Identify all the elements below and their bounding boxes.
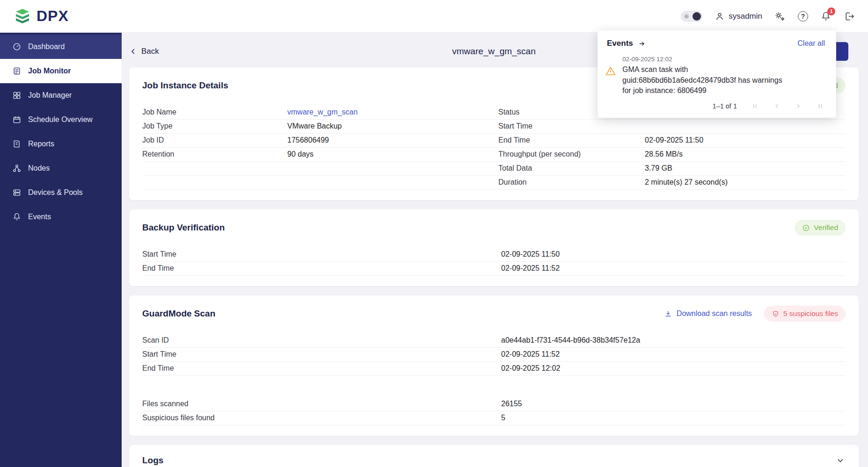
events-popover: Events Clear all 02-09-2025 12:02 [598,30,836,118]
dashboard-icon [12,42,22,51]
table-row: End Time 02-09-2025 12:02 [142,362,846,376]
suspicious-files-badge[interactable]: 5 suspicious files [764,306,846,322]
table-row: Files scanned 26155 [142,397,846,411]
field-value: 02-09-2025 11:52 [501,264,846,273]
devices-icon [12,188,22,197]
field-value: a0e44ab1-f731-4544-b96d-38b34f57e12a [501,336,846,345]
help-icon: ? [798,11,808,22]
top-bar: DPX sysadmin [0,0,868,33]
dpx-logo-icon [13,7,32,26]
sidebar-item-label: Schedule Overview [28,115,93,124]
prev-page-icon[interactable] [773,102,781,110]
sidebar-item-label: Devices & Pools [28,188,83,197]
events-popover-title-link[interactable]: Events [607,39,646,48]
verified-badge-label: Verified [814,223,838,232]
event-message-line: guid:68b6bd6b1a6edc428479db3f has warnin… [622,75,782,86]
check-circle-icon [802,224,810,232]
sidebar-item-label: Dashboard [28,43,65,51]
field-label: End Time [142,364,501,373]
warning-triangle-icon [605,65,616,96]
table-row: Scan ID a0e44ab1-f731-4544-b96d-38b34f57… [142,334,846,348]
download-scan-results-link[interactable]: Download scan results [664,309,752,318]
first-page-icon[interactable] [751,102,759,110]
field-value: 3.79 GB [645,164,846,172]
field-label: End Time [498,136,645,144]
field-label: Suspicious files found [142,414,501,422]
field-value: 2 minute(s) 27 second(s) [645,178,846,187]
notifications-button[interactable]: 1 [820,11,832,22]
sidebar-item-devices-pools[interactable]: Devices & Pools [0,180,122,205]
sidebar-item-job-manager[interactable]: Job Manager [0,83,122,108]
table-row: Start Time 02-09-2025 11:52 [142,348,846,362]
card-title: Backup Verification [142,223,225,233]
chevron-down-icon[interactable] [835,455,846,466]
settings-gears-icon [774,11,786,22]
sidebar-item-label: Job Monitor [28,67,71,75]
event-timestamp: 02-09-2025 12:02 [622,56,782,63]
guardmode-scan-card: GuardMode Scan Download scan results [129,295,859,436]
sidebar-item-reports[interactable]: Reports [0,132,122,156]
suspicious-files-label: 5 suspicious files [783,309,838,318]
field-label: Total Data [498,164,645,172]
field-label: Start Time [142,350,501,359]
event-list-item[interactable]: 02-09-2025 12:02 GMA scan task with guid… [598,48,836,98]
logout-icon [844,11,855,22]
back-button[interactable]: Back [129,47,159,56]
guardmode-header: GuardMode Scan Download scan results [142,306,846,322]
shield-icon [772,310,780,318]
field-value: 02-09-2025 11:50 [501,250,846,259]
theme-toggle[interactable] [681,11,702,22]
sidebar-item-nodes[interactable]: Nodes [0,156,122,180]
table-row: Job Type VMware Backup Start Time [142,120,846,134]
table-row: End Time 02-09-2025 11:52 [142,262,846,276]
gear-icon [683,13,690,20]
brand-name: DPX [36,7,69,25]
row-spacer [142,376,846,397]
table-row: Retention 90 days Throughput (per second… [142,148,846,162]
help-button[interactable]: ? [798,11,808,22]
dpx-logo[interactable]: DPX [13,7,69,26]
card-title: Logs [142,455,163,466]
field-label: Files scanned [142,400,501,408]
table-row: Total Data 3.79 GB [142,162,846,176]
sidebar-item-job-monitor[interactable]: Job Monitor [0,59,122,83]
user-icon [715,11,725,22]
notification-count-badge: 1 [827,7,835,15]
job-manager-icon [12,91,22,100]
logs-card: Logs [129,445,859,467]
event-message-line: GMA scan task with [622,65,782,75]
field-label: End Time [142,264,501,273]
field-value: 02-09-2025 12:02 [501,364,846,373]
chevron-left-icon [129,47,138,56]
backup-verification-card: Backup Verification Verified [129,209,859,286]
settings-button[interactable] [774,11,786,22]
app-root: DPX sysadmin [0,0,868,467]
events-icon [12,212,22,222]
sidebar-item-schedule-overview[interactable]: Schedule Overview [0,108,122,132]
last-page-icon[interactable] [816,102,824,110]
download-label: Download scan results [677,309,752,318]
field-label: Job Name [142,108,287,116]
field-label: Retention [142,150,287,158]
download-icon [664,309,672,318]
field-value: VMware Backup [287,122,498,130]
sidebar-item-dashboard[interactable]: Dashboard [0,35,122,59]
job-name-link[interactable]: vmware_w_gm_scan [287,108,498,116]
user-menu[interactable]: sysadmin [715,11,762,22]
field-label: Throughput (per second) [498,150,645,158]
calendar-icon [12,115,22,124]
logout-button[interactable] [844,11,855,22]
sidebar-item-events[interactable]: Events [0,205,122,229]
next-page-icon[interactable] [794,102,802,110]
nodes-icon [12,164,22,173]
field-value: 02-09-2025 11:50 [645,136,846,144]
table-row: Job ID 1756806499 End Time 02-09-2025 11… [142,134,846,148]
clear-all-button[interactable]: Clear all [797,39,825,48]
table-row: Suspicious files found 5 [142,411,846,425]
back-label: Back [141,47,159,56]
events-popover-header: Events Clear all [598,39,836,48]
field-value: 02-09-2025 11:52 [501,350,846,359]
sidebar-item-label: Events [28,213,51,221]
sidebar-item-label: Nodes [28,164,50,172]
job-monitor-icon [12,66,22,76]
